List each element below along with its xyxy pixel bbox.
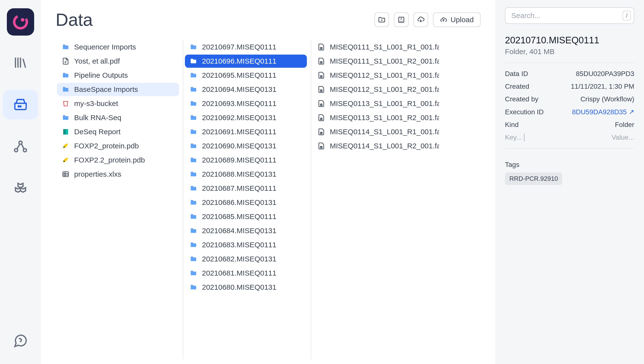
divider — [505, 148, 634, 148]
search-box[interactable]: / — [505, 7, 634, 24]
kv-input-row[interactable]: Key... Value... — [505, 131, 634, 144]
column-2: MISEQ0111_S1_L001_R1_001.fastq.gzMISEQ01… — [311, 40, 439, 359]
svg-rect-8 — [63, 129, 66, 135]
detail-row: Data ID85DU020PA39PD3 — [505, 68, 634, 80]
upload-button[interactable]: Upload — [433, 12, 481, 27]
file-row[interactable]: MISEQ0113_S1_L001_R2_001.fastq.gz — [313, 111, 435, 124]
file-label: 20210687.MISEQ0111 — [202, 184, 276, 192]
nav-library[interactable] — [3, 48, 38, 78]
file-row[interactable]: Sequencer Imports — [57, 40, 179, 54]
file-row[interactable]: MISEQ0111_S1_L001_R2_001.fastq.gz — [313, 54, 435, 68]
cloud-download-icon — [417, 16, 425, 24]
file-row[interactable]: FOXP2_protein.pdb — [57, 139, 179, 152]
file-row[interactable]: MISEQ0113_S1_L001_R1_001.fastq.gz — [313, 97, 435, 110]
file-row[interactable]: 20210694.MISEQ0131 — [185, 83, 307, 96]
file-row[interactable]: MISEQ0112_S1_L001_R2_001.fastq.gz — [313, 83, 435, 96]
tag-chip[interactable]: RRD-PCR.92910 — [505, 172, 562, 185]
file-row[interactable]: BaseSpace Imports — [57, 83, 179, 96]
nav-modules[interactable] — [3, 174, 38, 203]
file-label: 20210681.MISEQ0111 — [202, 269, 276, 277]
main-content: Data Upload Sequencer ImportsYost, et al… — [41, 0, 495, 364]
sidebar-nav — [0, 0, 41, 364]
file-label: 20210691.MISEQ0111 — [202, 128, 276, 136]
file-label: MISEQ0111_S1_L001_R1_001.fastq.gz — [330, 43, 439, 51]
file-label: 20210696.MISEQ0111 — [202, 57, 276, 65]
file-label: 20210692.MISEQ0131 — [202, 114, 276, 122]
file-row[interactable]: FOXP2.2_protein.pdb — [57, 154, 179, 167]
svg-point-1 — [21, 18, 24, 22]
file-row[interactable]: 20210687.MISEQ0111 — [185, 182, 307, 195]
svg-point-2 — [18, 106, 19, 107]
file-row[interactable]: 20210686.MISEQ0131 — [185, 196, 307, 209]
file-label: MISEQ0113_S1_L001_R2_001.fastq.gz — [330, 114, 439, 122]
file-label: Yost, et all.pdf — [74, 57, 120, 65]
kv-value-placeholder[interactable]: Value... — [611, 134, 634, 141]
file-row[interactable]: Pipeline Outputs — [57, 69, 179, 82]
file-row[interactable]: Bulk RNA-Seq — [57, 111, 179, 124]
link-data-button[interactable] — [394, 12, 408, 27]
gz-icon — [317, 128, 325, 136]
folder-icon — [189, 213, 197, 220]
nav-workflows[interactable] — [3, 132, 38, 161]
svg-rect-9 — [66, 129, 68, 135]
file-row[interactable]: 20210680.MISEQ0131 — [185, 281, 307, 294]
file-row[interactable]: DeSeq Report — [57, 125, 179, 138]
file-label: 20210695.MISEQ0111 — [202, 71, 276, 80]
file-label: MISEQ0114_S1_L001_R2_001.fastq.gz — [330, 142, 439, 150]
folder-icon — [189, 142, 197, 150]
search-input[interactable] — [511, 12, 622, 20]
file-row[interactable]: 20210691.MISEQ0111 — [185, 125, 307, 138]
file-row[interactable]: 20210692.MISEQ0131 — [185, 111, 307, 124]
svg-point-11 — [63, 161, 65, 162]
file-label: MISEQ0111_S1_L001_R2_001.fastq.gz — [330, 57, 439, 65]
file-row[interactable]: 20210682.MISEQ0131 — [185, 252, 307, 266]
file-row[interactable]: 20210683.MISEQ0111 — [185, 238, 307, 252]
folder-plus-icon — [378, 16, 386, 24]
file-row[interactable]: MISEQ0112_S1_L001_R1_001.fastq.gz — [313, 69, 435, 82]
file-row[interactable]: MISEQ0114_S1_L001_R2_001.fastq.gz — [313, 139, 435, 152]
file-label: my-s3-bucket — [74, 100, 118, 108]
detail-value: Crispy (Workflow) — [581, 95, 634, 103]
file-row[interactable]: properties.xlxs — [57, 168, 179, 181]
header: Data Upload — [56, 10, 481, 30]
detail-row: Execution ID8DU59DA928D35↗ — [505, 106, 634, 118]
nav-data[interactable] — [3, 90, 38, 120]
file-row[interactable]: my-s3-bucket — [57, 97, 179, 110]
kv-key-placeholder[interactable]: Key... — [505, 134, 524, 141]
download-button[interactable] — [413, 12, 428, 27]
details-panel: / 20210710.MISEQ0111 Folder, 401 MB Data… — [495, 0, 644, 364]
file-row[interactable]: 20210693.MISEQ0111 — [185, 97, 307, 110]
column-browser: Sequencer ImportsYost, et all.pdfPipelin… — [56, 40, 481, 359]
folder-icon — [189, 227, 197, 234]
file-row[interactable]: 20210690.MISEQ0131 — [185, 139, 307, 152]
file-row[interactable]: 20210689.MISEQ0111 — [185, 154, 307, 167]
nav-help[interactable] — [3, 326, 38, 356]
divider — [505, 62, 634, 63]
toolbar: Upload — [374, 12, 481, 27]
app-logo[interactable] — [7, 8, 34, 36]
file-row[interactable]: 20210685.MISEQ0111 — [185, 210, 307, 223]
file-row[interactable]: 20210696.MISEQ0111 — [185, 54, 307, 68]
tags-label: Tags — [505, 161, 634, 168]
file-row[interactable]: 20210688.MISEQ0131 — [185, 168, 307, 181]
folder-icon — [189, 86, 197, 93]
file-row[interactable]: Yost, et all.pdf — [57, 54, 179, 68]
file-label: 20210680.MISEQ0131 — [202, 283, 276, 292]
file-label: 20210684.MISEQ0131 — [202, 226, 276, 235]
file-row[interactable]: MISEQ0114_S1_L001_R1_001.fastq.gz — [313, 125, 435, 138]
file-row[interactable]: MISEQ0111_S1_L001_R1_001.fastq.gz — [313, 40, 435, 54]
file-label: DeSeq Report — [74, 128, 120, 136]
detail-value[interactable]: 8DU59DA928D35↗ — [572, 108, 634, 116]
file-row[interactable]: 20210684.MISEQ0131 — [185, 224, 307, 237]
file-row[interactable]: 20210681.MISEQ0111 — [185, 266, 307, 280]
file-row[interactable]: 20210695.MISEQ0111 — [185, 69, 307, 82]
gz-icon — [317, 142, 325, 150]
new-folder-button[interactable] — [374, 12, 389, 27]
folder-icon — [189, 58, 197, 65]
protein-icon — [62, 142, 70, 150]
file-row[interactable]: 20210697.MISEQ0111 — [185, 40, 307, 54]
svg-point-6 — [24, 148, 27, 152]
file-label: 20210693.MISEQ0111 — [202, 100, 276, 108]
file-label: 20210686.MISEQ0131 — [202, 198, 276, 206]
detail-value: Folder — [615, 121, 634, 129]
